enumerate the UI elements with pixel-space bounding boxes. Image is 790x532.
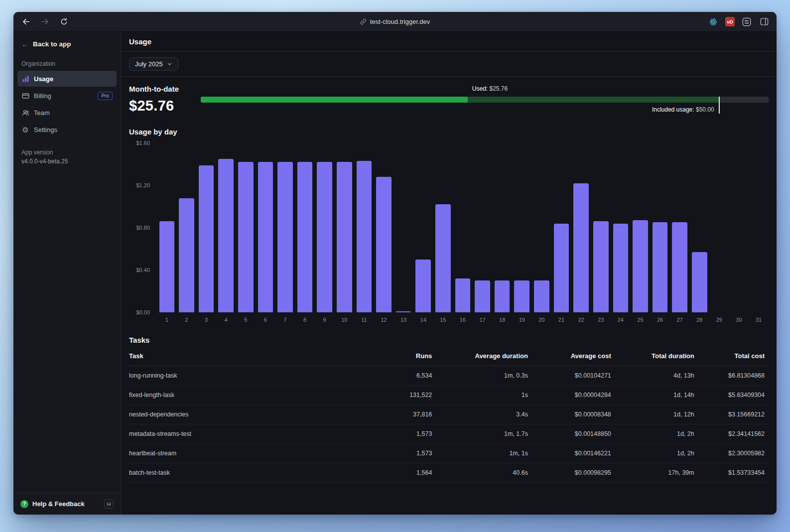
included-usage-tick <box>719 97 720 114</box>
x-axis-label: 25 <box>631 317 651 323</box>
chevron-down-icon <box>167 61 172 67</box>
sidebar-item-usage[interactable]: Usage <box>17 71 117 87</box>
url-text: test-cloud.trigger.dev <box>370 18 430 25</box>
sidebar-item-billing[interactable]: Billing Pro <box>17 88 117 104</box>
forward-icon[interactable] <box>39 16 50 27</box>
x-axis-label: 7 <box>275 317 295 323</box>
help-icon: ? <box>20 500 28 508</box>
usage-progress-bar <box>201 97 769 103</box>
value-cell: 1m, 0.3s <box>436 366 532 386</box>
pro-badge: Pro <box>98 92 113 100</box>
x-axis-label: 11 <box>354 317 374 323</box>
value-cell: 1m, 1s <box>436 444 532 463</box>
chart-bar <box>218 159 234 312</box>
link-icon <box>360 18 367 25</box>
app-version-value: v4.0.0-v4-beta.25 <box>21 158 113 165</box>
devtools-atom-icon[interactable] <box>708 16 719 27</box>
month-to-date-amount: $25.76 <box>129 98 194 114</box>
value-cell: 37,816 <box>366 405 436 424</box>
chart-bar-slot <box>532 143 552 312</box>
chart-x-labels: 1234567891011121314151617181920212223242… <box>157 317 769 323</box>
x-axis-label: 20 <box>532 317 552 323</box>
chart-bar-slot <box>591 143 611 312</box>
value-cell: 1s <box>436 386 532 405</box>
value-cell: 131,522 <box>366 386 436 405</box>
x-axis-label: 21 <box>551 317 571 323</box>
chart-bar-slot <box>413 143 433 312</box>
value-cell: 3.4s <box>436 405 532 424</box>
help-feedback-row[interactable]: ? Help & Feedback H <box>13 493 121 515</box>
browser-window: test-cloud.trigger.dev uD ← Back to app … <box>13 12 777 515</box>
chart-bar-slot <box>729 143 749 312</box>
chart-bar <box>238 162 254 312</box>
extension-badge-icon[interactable]: uD <box>725 17 735 26</box>
chart-bar-slot <box>749 143 769 312</box>
bar-chart-icon <box>21 75 29 83</box>
value-cell: $2.34141562 <box>698 424 769 444</box>
chart-bar <box>159 221 175 312</box>
main-content: Usage July 2025 Month-to-date $25.76 <box>121 32 777 515</box>
column-header: Total duration <box>615 345 698 366</box>
tune-filters-icon[interactable] <box>741 16 752 27</box>
x-axis-label: 10 <box>334 317 354 323</box>
tasks-title: Tasks <box>129 336 769 344</box>
chart-bar-slot <box>394 143 413 312</box>
x-axis-label: 16 <box>453 317 473 323</box>
month-selector-dropdown[interactable]: July 2025 <box>129 57 178 71</box>
x-axis-label: 31 <box>749 317 769 323</box>
chart-bar-slot <box>551 143 571 312</box>
x-axis-label: 14 <box>413 317 433 323</box>
month-to-date-label: Month-to-date <box>129 85 194 93</box>
value-cell: 4d, 13h <box>615 366 698 386</box>
value-cell: $2.30005982 <box>698 444 769 463</box>
chart-bar <box>199 165 214 312</box>
value-cell: $1.53733454 <box>698 463 769 483</box>
chart-bar-slot <box>216 143 236 312</box>
tasks-table-body: long-running-task6,5341m, 0.3s$0.0010427… <box>129 366 769 483</box>
chart-bar <box>357 161 372 312</box>
chart-bar-slot <box>177 143 197 312</box>
chart-bar <box>534 280 549 312</box>
chart-bar-slot <box>196 143 216 312</box>
chart-bar <box>672 222 687 312</box>
x-axis-label: 17 <box>473 317 493 323</box>
usage-by-day-chart: $0.00$0.40$0.80$1.20$1.60 12345678910111… <box>129 143 769 323</box>
chart-bar-slot <box>275 143 295 312</box>
x-axis-label: 1 <box>157 317 177 323</box>
chart-bar <box>475 280 490 312</box>
sidebar-item-team[interactable]: Team <box>17 105 117 121</box>
back-icon[interactable] <box>20 16 31 27</box>
chart-bar-slot <box>571 143 591 312</box>
x-axis-label: 28 <box>689 317 709 323</box>
x-axis-label: 27 <box>670 317 690 323</box>
gear-icon: ⚙ <box>21 126 29 133</box>
chart-bar-slot <box>611 143 631 312</box>
table-row: batch-test-task1,56440.6s$0.0009829517h,… <box>129 463 769 483</box>
help-feedback-label: Help & Feedback <box>32 500 85 508</box>
usage-by-day-title: Usage by day <box>129 128 769 136</box>
value-cell: 1,573 <box>366 424 436 444</box>
address-bar[interactable]: test-cloud.trigger.dev <box>360 12 430 31</box>
chart-bar <box>613 224 629 313</box>
back-to-app-link[interactable]: ← Back to app <box>13 32 121 53</box>
value-cell: $3.15669212 <box>698 405 769 424</box>
x-axis-label: 23 <box>591 317 611 323</box>
chart-bar-slot <box>453 143 473 312</box>
chart-bar-slot <box>473 143 493 312</box>
chart-bar-slot <box>157 143 177 312</box>
sidebar-toggle-icon[interactable] <box>759 16 770 27</box>
x-axis-label: 24 <box>611 317 631 323</box>
sidebar-item-settings[interactable]: ⚙ Settings <box>17 122 117 137</box>
value-cell: 1,564 <box>366 463 436 483</box>
reload-icon[interactable] <box>58 16 69 27</box>
help-shortcut-key: H <box>104 499 114 509</box>
back-to-app-label: Back to app <box>33 40 71 48</box>
chart-bar-slot <box>650 143 670 312</box>
chart-bar <box>435 204 451 312</box>
x-axis-label: 8 <box>295 317 315 323</box>
x-axis-label: 29 <box>709 317 729 323</box>
task-name-cell: long-running-task <box>129 366 366 386</box>
tasks-section: Tasks TaskRunsAverage durationAverage co… <box>129 336 769 483</box>
column-header: Total cost <box>698 345 769 366</box>
column-header: Average cost <box>532 345 615 366</box>
